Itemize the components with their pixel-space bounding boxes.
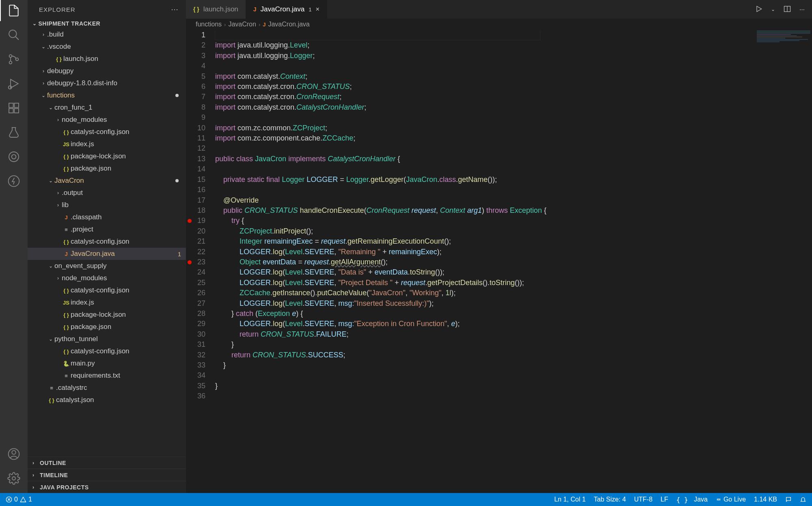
tabs: { }launch.jsonJJavaCron.java1× ⌄ ⋯	[186, 0, 812, 19]
svg-point-17	[12, 477, 15, 480]
svg-marker-18	[757, 6, 762, 11]
file-.classpath[interactable]: J.classpath	[28, 211, 186, 223]
file-catalyst.json[interactable]: { }catalyst.json	[28, 394, 186, 406]
folder-node_modules[interactable]: ›node_modules	[28, 114, 186, 126]
settings-icon[interactable]	[7, 472, 20, 485]
run-icon[interactable]	[755, 5, 763, 14]
file-catalyst-config.json[interactable]: { }catalyst-config.json	[28, 126, 186, 138]
file-JavaCron.java[interactable]: JJavaCron.java1	[28, 248, 186, 260]
folder-.output[interactable]: ›.output	[28, 187, 186, 199]
section-timeline[interactable]: ›TIMELINE	[28, 469, 186, 481]
folder-lib[interactable]: ›lib	[28, 199, 186, 211]
file-launch.json[interactable]: { }launch.json	[28, 53, 186, 65]
status-bar: 0 1 Ln 1, Col 1 Tab Size: 4 UTF-8 LF { }…	[0, 493, 812, 506]
activity-bar	[0, 0, 28, 493]
svg-point-0	[9, 30, 17, 38]
tab-more-icon[interactable]: ⋯	[799, 6, 805, 13]
svg-rect-8	[14, 103, 19, 108]
svg-point-14	[9, 176, 19, 187]
minimap[interactable]	[755, 30, 812, 63]
status-lang[interactable]: { } Java	[676, 496, 708, 504]
file-main.py[interactable]: 🐍main.py	[28, 357, 186, 370]
svg-line-1	[15, 37, 19, 40]
svg-point-16	[12, 450, 15, 454]
status-bell-icon[interactable]	[800, 496, 806, 503]
explorer-icon[interactable]	[7, 4, 20, 17]
file-package-lock.json[interactable]: { }package-lock.json	[28, 150, 186, 162]
file-requirements.txt[interactable]: ≡requirements.txt	[28, 370, 186, 382]
extensions-icon[interactable]	[7, 102, 20, 115]
status-feedback-icon[interactable]	[785, 496, 792, 503]
file-package-lock.json[interactable]: { }package-lock.json	[28, 309, 186, 321]
folder-.build[interactable]: ›.build	[28, 28, 186, 41]
sidebar-more-icon[interactable]: ⋯	[171, 5, 179, 14]
svg-rect-7	[9, 103, 13, 108]
project-title[interactable]: ⌄ SHIPMENT TRACKER	[28, 19, 186, 28]
catalyst-icon[interactable]	[7, 150, 20, 163]
run-dropdown-icon[interactable]: ⌄	[771, 6, 775, 12]
svg-rect-9	[9, 108, 13, 113]
status-eol[interactable]: LF	[661, 496, 668, 503]
folder-node_modules[interactable]: ›node_modules	[28, 272, 186, 284]
sidebar: EXPLORER ⋯ ⌄ SHIPMENT TRACKER ›.build⌄.v…	[28, 0, 186, 493]
status-golive[interactable]: Go Live	[716, 496, 746, 503]
status-problems[interactable]: 0 1	[6, 496, 32, 503]
folder-on_event_supply[interactable]: ⌄on_event_supply	[28, 260, 186, 272]
file-package.json[interactable]: { }package.json	[28, 162, 186, 175]
status-encoding[interactable]: UTF-8	[634, 496, 652, 503]
file-catalyst-config.json[interactable]: { }catalyst-config.json	[28, 345, 186, 357]
file-package.json[interactable]: { }package.json	[28, 321, 186, 333]
sidebar-title: EXPLORER	[39, 6, 76, 13]
file-index.js[interactable]: JSindex.js	[28, 296, 186, 309]
search-icon[interactable]	[7, 28, 20, 41]
close-icon[interactable]: ×	[316, 6, 320, 13]
breadcrumb-item[interactable]: JavaCron.java	[268, 21, 309, 28]
breadcrumb[interactable]: functions›JavaCron›JJavaCron.java	[186, 19, 812, 30]
section-outline[interactable]: ›OUTLINE	[28, 456, 186, 469]
folder-JavaCron[interactable]: ⌄JavaCron	[28, 175, 186, 187]
status-cursor[interactable]: Ln 1, Col 1	[554, 496, 585, 503]
folder-cron_func_1[interactable]: ⌄cron_func_1	[28, 102, 186, 114]
svg-point-12	[9, 152, 19, 162]
svg-point-13	[12, 155, 16, 159]
svg-rect-10	[14, 108, 19, 113]
file-.catalystrc[interactable]: ≡.catalystrc	[28, 382, 186, 394]
section-java-projects[interactable]: ›JAVA PROJECTS	[28, 481, 186, 493]
editor[interactable]: 12import java.util.logging.Level;3import…	[186, 30, 812, 493]
status-size[interactable]: 1.14 KB	[754, 496, 777, 503]
split-editor-icon[interactable]	[783, 5, 791, 14]
svg-point-24	[718, 499, 719, 500]
tab-launch.json[interactable]: { }launch.json	[186, 0, 246, 19]
folder-python_tunnel[interactable]: ⌄python_tunnel	[28, 333, 186, 345]
breadcrumb-item[interactable]: JavaCron	[228, 21, 256, 28]
svg-point-2	[9, 55, 12, 58]
testing-icon[interactable]	[7, 126, 20, 139]
accounts-icon[interactable]	[7, 448, 20, 461]
breadcrumb-item[interactable]: functions	[196, 21, 222, 28]
file-catalyst-config.json[interactable]: { }catalyst-config.json	[28, 284, 186, 296]
run-debug-icon[interactable]	[7, 77, 20, 90]
editor-area: { }launch.jsonJJavaCron.java1× ⌄ ⋯ funct…	[186, 0, 812, 493]
folder-functions[interactable]: ⌄functions	[28, 89, 186, 102]
file-index.js[interactable]: JSindex.js	[28, 138, 186, 150]
source-control-icon[interactable]	[7, 53, 20, 66]
status-tabsize[interactable]: Tab Size: 4	[594, 496, 626, 503]
bolt-icon[interactable]	[7, 175, 20, 188]
folder-.vscode[interactable]: ⌄.vscode	[28, 41, 186, 53]
file-.project[interactable]: ≡.project	[28, 223, 186, 236]
tab-JavaCron.java[interactable]: JJavaCron.java1×	[246, 0, 327, 19]
folder-debugpy[interactable]: ›debugpy	[28, 65, 186, 77]
svg-point-3	[9, 61, 12, 64]
file-tree: ›.build⌄.vscode{ }launch.json›debugpy›de…	[28, 28, 186, 456]
folder-debugpy-1.8.0.dist-info[interactable]: ›debugpy-1.8.0.dist-info	[28, 77, 186, 89]
file-catalyst-config.json[interactable]: { }catalyst-config.json	[28, 236, 186, 248]
